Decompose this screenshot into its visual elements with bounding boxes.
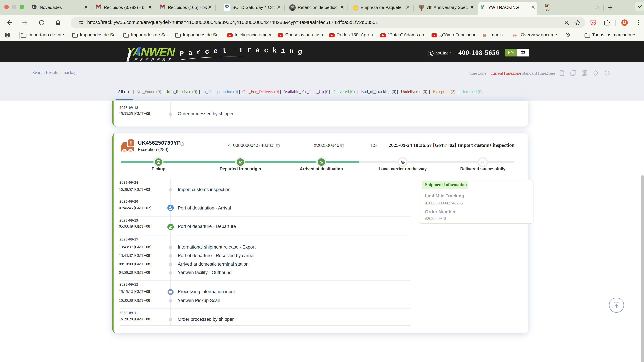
svg-text:EXPRESS: EXPRESS: [134, 57, 174, 62]
svg-text:YANWEN: YANWEN: [125, 45, 176, 58]
svg-text:Parcel Tracking: Parcel Tracking: [179, 46, 306, 58]
